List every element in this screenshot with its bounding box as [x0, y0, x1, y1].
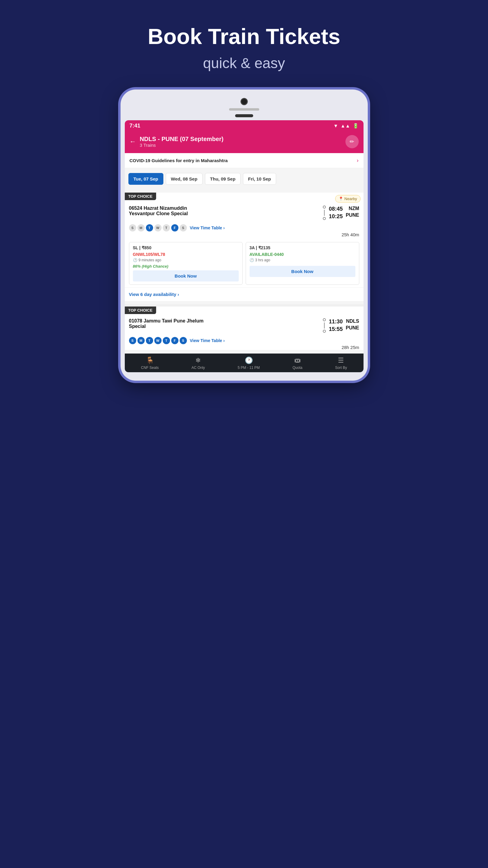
view-timetable-1[interactable]: View Time Table › — [190, 225, 225, 230]
date-chip-3[interactable]: Fri, 10 Sep — [243, 173, 276, 185]
depart-station-1: NZM — [349, 206, 359, 211]
bottom-nav: 🪑 CNF Seats ❄ AC Only 🕐 5 PM - 11 PM 🎟 Q… — [125, 353, 364, 372]
nearby-badge: 📍 Nearby — [335, 195, 361, 203]
quota-icon: 🎟 — [294, 356, 301, 364]
app-bar-title: NDLS - PUNE (07 September) — [140, 135, 224, 143]
class-availability-3a: AVAILABLE-0440 — [250, 252, 355, 257]
train-info-1: 06524 Hazrat Nizamuddin Yesvantpur Clone… — [125, 203, 364, 223]
status-time: 7:41 — [130, 123, 141, 129]
dot-bottom-2 — [323, 330, 326, 333]
phone-speaker — [229, 108, 259, 111]
divider-1 — [125, 304, 364, 307]
date-selector: Tue, 07 Sep Wed, 08 Sep Thu, 09 Sep Fri,… — [125, 168, 364, 190]
arrive-station-1: PUNE — [346, 213, 359, 218]
chance-text-sl: 86% (High Chance) — [133, 264, 239, 269]
nav-sort-by[interactable]: ☰ Sort By — [335, 356, 347, 370]
ac-only-label: AC Only — [191, 366, 205, 370]
back-button[interactable]: ← — [130, 138, 136, 146]
class-card-3a: 3A | ₹2135 AVAILABLE-0440 🕐 3 hrs ago Bo… — [246, 242, 359, 285]
dot-bottom — [323, 217, 326, 220]
duration-1: 25h 40m — [125, 232, 364, 237]
clock-icon-3a: 🕐 — [250, 258, 254, 262]
covid-banner[interactable]: COVID-19 Guidelines for entry in Maharas… — [125, 153, 364, 168]
day-w1: W — [154, 224, 161, 231]
depart-station-2: NDLS — [346, 318, 359, 324]
nav-cnf-seats[interactable]: 🪑 CNF Seats — [141, 356, 159, 370]
class-header-3a: 3A | ₹2135 — [250, 245, 355, 250]
route-dots-2 — [323, 318, 326, 333]
top-choice-badge-2: TOP CHOICE — [125, 307, 156, 314]
class-time-3a: 🕐 3 hrs ago — [250, 258, 355, 262]
depart-time-1: 08:45 — [329, 206, 343, 212]
day-t1: T — [146, 224, 153, 231]
date-chip-2[interactable]: Thu, 09 Sep — [205, 173, 241, 185]
nav-quota[interactable]: 🎟 Quota — [293, 356, 302, 370]
day2-s2: S — [180, 337, 187, 344]
train-info-2: 01078 Jammu Tawi Pune Jhelum Special 11:… — [125, 315, 364, 336]
class-time-3a-text: 3 hrs ago — [255, 258, 270, 262]
hero-subtitle: quick & easy — [203, 55, 285, 71]
sort-by-label: Sort By — [335, 366, 347, 370]
book-btn-sl[interactable]: Book Now — [133, 270, 239, 281]
arrive-station-2: PUNE — [346, 325, 359, 331]
train-times-left: 08:45 10:25 — [329, 206, 343, 220]
nav-ac-only[interactable]: ❄ AC Only — [191, 356, 205, 370]
view-timetable-2[interactable]: View Time Table › — [190, 338, 225, 343]
class-header-sl: SL | ₹850 — [133, 245, 239, 250]
train-timing-2: 11:30 15:55 NDLS PUNE — [323, 318, 359, 333]
classes-row-1: SL | ₹850 GNWL105/WL78 🕐 9 minutes ago 8… — [125, 240, 364, 287]
battery-icon: 🔋 — [353, 123, 359, 129]
class-time-sl: 🕐 9 minutes ago — [133, 258, 239, 262]
cnf-seats-icon: 🪑 — [146, 356, 154, 364]
train-stations-2: NDLS PUNE — [346, 318, 359, 333]
day2-t2: T — [163, 337, 170, 344]
day2-s1: S — [129, 337, 136, 344]
day2-w1: W — [154, 337, 161, 344]
day-m1: M — [138, 224, 145, 231]
nav-time-filter[interactable]: 🕐 5 PM - 11 PM — [238, 356, 260, 370]
covid-text: COVID-19 Guidelines for entry in Maharas… — [130, 158, 228, 163]
dot-line-2 — [324, 322, 325, 329]
date-chip-0[interactable]: Tue, 07 Sep — [128, 173, 163, 185]
train-card-1: TOP CHOICE 📍 Nearby 06524 Hazrat Nizamud… — [125, 193, 364, 301]
quota-label: Quota — [293, 366, 302, 370]
day2-t1: T — [146, 337, 153, 344]
day2-m1: M — [138, 337, 145, 344]
train-name-2: 01078 Jammu Tawi Pune Jhelum Special — [129, 318, 213, 329]
class-time-sl-text: 9 minutes ago — [139, 258, 161, 262]
phone-button — [235, 114, 253, 117]
train-stations-1: NZM PUNE — [346, 206, 359, 220]
app-bar: ← NDLS - PUNE (07 September) 3 Trains ✏ — [125, 131, 364, 153]
top-choice-badge-1: TOP CHOICE — [125, 193, 156, 200]
dot-top-2 — [323, 318, 326, 321]
date-chip-1[interactable]: Wed, 08 Sep — [166, 173, 203, 185]
signal-icon: ▲▲ — [341, 123, 350, 129]
day-s2: S — [180, 224, 187, 231]
dot-top — [323, 206, 326, 209]
time-filter-label: 5 PM - 11 PM — [238, 366, 260, 370]
covid-arrow: › — [357, 157, 359, 164]
duration-2: 28h 25m — [125, 345, 364, 350]
app-bar-info: NDLS - PUNE (07 September) 3 Trains — [140, 135, 224, 148]
cnf-seats-label: CNF Seats — [141, 366, 159, 370]
dot-line — [324, 210, 325, 216]
ac-only-icon: ❄ — [195, 356, 201, 364]
phone-frame: 7:41 ▼ ▲▲ 🔋 ← NDLS - PUNE (07 September)… — [121, 90, 368, 381]
day-t2: T — [163, 224, 170, 231]
class-availability-sl: GNWL105/WL78 — [133, 252, 239, 257]
phone-camera — [241, 98, 248, 105]
depart-time-2: 11:30 — [329, 318, 343, 325]
edit-button[interactable]: ✏ — [345, 135, 359, 148]
train-card-2: TOP CHOICE 01078 Jammu Tawi Pune Jhelum … — [125, 307, 364, 350]
day2-f1: F — [171, 337, 178, 344]
sort-by-icon: ☰ — [338, 356, 344, 364]
route-dots-1 — [323, 206, 326, 220]
status-icons: ▼ ▲▲ 🔋 — [333, 123, 359, 129]
view-availability-1[interactable]: View 6 day availability › — [125, 287, 364, 301]
phone-screen: 7:41 ▼ ▲▲ 🔋 ← NDLS - PUNE (07 September)… — [125, 120, 364, 372]
clock-icon-sl: 🕐 — [133, 258, 138, 262]
book-btn-3a[interactable]: Book Now — [250, 266, 355, 277]
hero-title: Book Train Tickets — [148, 24, 340, 49]
wifi-icon: ▼ — [333, 123, 338, 129]
train-name-1: 06524 Hazrat Nizamuddin Yesvantpur Clone… — [129, 206, 213, 216]
